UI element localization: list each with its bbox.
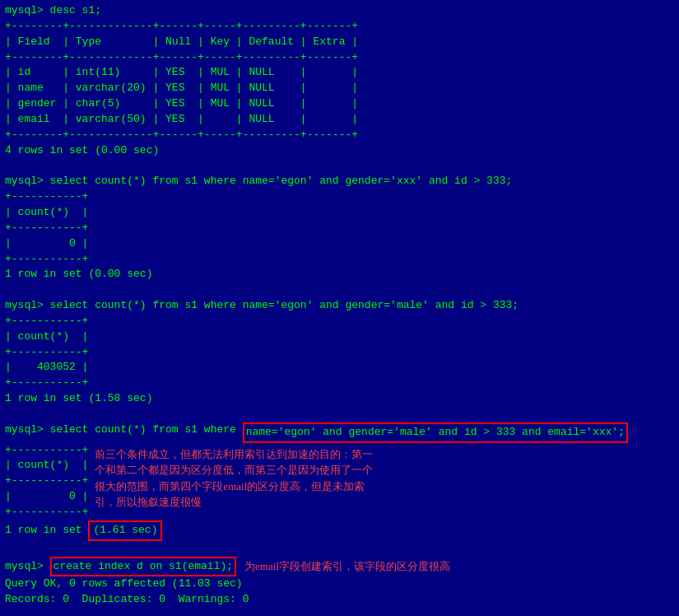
query3-row: mysql> select count(*) from s1 where nam…: [5, 422, 674, 443]
line-blank5: [5, 608, 674, 616]
annotation1-text: 前三个条件成立，但都无法利用索引达到加速的目的：第一个和第二个都是因为区分度低，…: [95, 446, 374, 511]
line-blank1: [5, 158, 674, 174]
line-tb2: +-----------+: [5, 221, 674, 236]
query3-highlight: name='egon' and gender='male' and id > 3…: [243, 422, 628, 443]
line-query1: mysql> select count(*) from s1 where nam…: [5, 174, 674, 189]
line-border3: +--------+-------------+------+-----+---…: [5, 128, 674, 143]
line-tb1: +-----------+: [5, 189, 674, 205]
line-rows3: 1 row in set (1.58 sec): [5, 391, 674, 407]
time3-prefix: 1 row in set: [5, 523, 88, 539]
line-queryok: Query OK, 0 rows affected (11.03 sec): [5, 576, 674, 592]
line-records: Records: 0 Duplicates: 0 Warnings: 0: [5, 592, 674, 608]
line-tb4: +-----------+: [5, 314, 674, 329]
line-tb6: +-----------+: [5, 376, 674, 391]
time3-row: 1 row in set (1.61 sec): [5, 520, 674, 541]
create-index-prefix: mysql>: [5, 559, 50, 575]
line-email: | email | varchar(50) | YES | | NULL | |: [5, 112, 674, 128]
line-header: | Field | Type | Null | Key | Default | …: [5, 35, 674, 50]
line-id: | id | int(11) | YES | MUL | NULL | |: [5, 65, 674, 81]
line-desc: mysql> desc s1;: [5, 3, 674, 19]
query3-result-row: +-----------+ | count(*) | +-----------+…: [5, 443, 674, 520]
line-ch2: | count(*) |: [5, 329, 674, 345]
line-cv1: | 0 |: [5, 236, 674, 252]
line-ch1: | count(*) |: [5, 205, 674, 221]
create-index-annotation: 为email字段创建索引，该字段的区分度很高: [244, 558, 450, 575]
create-index-row: mysql> create index d on s1(email); 为ema…: [5, 557, 674, 577]
query3-table: +-----------+ | count(*) | +-----------+…: [5, 443, 88, 520]
line-border2: +--------+-------------+------+-----+---…: [5, 50, 674, 66]
line-tb5: +-----------+: [5, 345, 674, 361]
time3-highlight: (1.61 sec): [88, 520, 162, 541]
create-index-highlight: create index d on s1(email);: [50, 557, 236, 577]
query3-prefix: mysql> select count(*) from s1 where: [5, 422, 243, 438]
line-blank3: [5, 407, 674, 422]
line-cv2: | 403052 |: [5, 360, 674, 376]
line-tb3: +-----------+: [5, 252, 674, 268]
terminal: mysql> desc s1; +--------+-------------+…: [0, 0, 679, 616]
line-gender: | gender | char(5) | YES | MUL | NULL | …: [5, 96, 674, 112]
line-blank2: [5, 282, 674, 298]
line-blank4: [5, 541, 674, 557]
line-rows2: 1 row in set (0.00 sec): [5, 267, 674, 282]
line-query2: mysql> select count(*) from s1 where nam…: [5, 298, 674, 314]
line-name: | name | varchar(20) | YES | MUL | NULL …: [5, 81, 674, 96]
line-border1: +--------+-------------+------+-----+---…: [5, 19, 674, 35]
line-rows1: 4 rows in set (0.00 sec): [5, 143, 674, 159]
